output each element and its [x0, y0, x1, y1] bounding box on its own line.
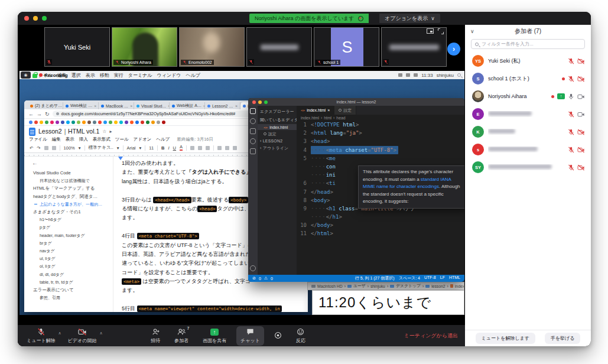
font-size-value[interactable]: 11	[149, 145, 154, 151]
menu-run[interactable]: 実行	[114, 72, 123, 79]
leave-meeting-button[interactable]: ミーティングから退出	[404, 332, 458, 340]
bookmark-favicon[interactable]	[98, 121, 102, 124]
start-video-button[interactable]: ビデオの開始	[64, 326, 101, 346]
share-screen-button[interactable]: ↑ 画面を共有	[199, 326, 230, 346]
folder-lesson2[interactable]: › LESSON2	[258, 138, 297, 144]
bookmark-favicon[interactable]	[157, 121, 160, 124]
fullscreen-icon[interactable]	[438, 28, 444, 34]
outline-item[interactable]: 参照、引用	[32, 294, 110, 301]
raise-hand-button[interactable]: 手を挙げる	[545, 333, 581, 344]
path-item[interactable]: デスクトップ	[396, 283, 421, 289]
outline-item[interactable]: HTMLを「マークアップ」する	[32, 184, 110, 192]
bookmark-favicon[interactable]	[66, 121, 70, 124]
breadcrumb-file[interactable]: index.html	[301, 116, 319, 120]
outline-item-current[interactable]: 上記のような書き方が、一般的…	[32, 200, 110, 208]
browser-tab[interactable]: Web検証 …×	[63, 102, 99, 109]
video-tile-enomoto002[interactable]: Enomoto002	[179, 27, 245, 67]
redo-icon[interactable]: ↷	[37, 145, 40, 151]
next-participants-button[interactable]: ›	[447, 43, 460, 56]
menu-help[interactable]: ヘルプ	[186, 72, 200, 79]
errors-icon[interactable]: ⊘	[252, 276, 256, 281]
star-document-icon[interactable]: ☆	[102, 129, 106, 134]
participant-row-yuki-seki[interactable]: YS Yuki Seki (私)	[465, 52, 591, 70]
paint-format-icon[interactable]	[52, 146, 56, 150]
close-tab-icon[interactable]: ×	[327, 108, 330, 112]
move-folder-icon[interactable]: ▸	[109, 129, 112, 134]
close-window-button[interactable]	[24, 16, 29, 21]
bold-button[interactable]: B	[161, 145, 164, 151]
close-outline-icon[interactable]: ←	[32, 160, 110, 166]
bookmark-favicon[interactable]	[71, 121, 75, 124]
browser-tab[interactable]: Web検証 A…×	[170, 102, 205, 109]
breadcrumb-head[interactable]: head	[336, 116, 345, 120]
status-icon[interactable]	[398, 73, 402, 77]
participant-row-school1[interactable]: S school 1 (ホスト)	[465, 70, 591, 87]
spotlight-search-icon[interactable]	[457, 73, 461, 77]
bookmark-favicon[interactable]	[50, 121, 54, 124]
insert-image-icon[interactable]	[206, 146, 210, 150]
outline-item[interactable]: pタグ	[32, 223, 110, 231]
settings-gear-icon[interactable]	[250, 265, 256, 271]
status-icon[interactable]	[406, 73, 410, 77]
browser-tab[interactable]: (2) まとめサ…×	[28, 102, 63, 109]
text-color-button[interactable]: A	[180, 145, 183, 151]
docs-menu-edit[interactable]: 編集	[52, 136, 61, 142]
outline-item[interactable]: navタグ	[32, 247, 110, 255]
video-tile-blurred-1[interactable]	[246, 27, 312, 67]
docs-menu-insert[interactable]: 挿入	[79, 136, 88, 142]
outline-item[interactable]: さまざまなタグ・その1	[32, 208, 110, 216]
open-editors-header[interactable]: 開いているエディター	[258, 116, 297, 124]
outline-item[interactable]: table, tr, th, tdタグ	[32, 278, 110, 286]
reload-icon[interactable]: ↻	[45, 111, 50, 117]
outline-section[interactable]: › アウトライン	[258, 144, 297, 152]
participant-row-noriyoshi-aihara[interactable]: Noriyoshi Aihara ↑	[465, 87, 591, 105]
bookmark-favicon[interactable]	[34, 121, 38, 124]
video-tile-yuki-seki[interactable]: Yuki Seki	[44, 27, 110, 67]
outline-item[interactable]: Visual Studio Code	[32, 169, 110, 177]
outline-item[interactable]: エラー表示について	[32, 286, 110, 294]
zoom-select[interactable]: 100%	[64, 145, 75, 151]
bookmark-favicon[interactable]	[61, 121, 64, 124]
filter-input[interactable]	[482, 41, 581, 47]
path-item[interactable]: lesson2	[431, 284, 445, 288]
collapse-panel-icon[interactable]: ∨	[470, 28, 474, 34]
browser-tab[interactable]: MacBook …×	[99, 102, 134, 109]
docs-menu-tools[interactable]: ツール	[115, 136, 129, 142]
bookmark-favicon[interactable]	[119, 121, 123, 124]
italic-button[interactable]: I	[168, 145, 170, 151]
docs-menu-file[interactable]: ファイル	[29, 136, 47, 142]
menubar-clock[interactable]: 11:33	[421, 73, 433, 78]
bookmark-favicon[interactable]	[103, 121, 107, 124]
outline-item[interactable]: 日本語化などは拡張機能で	[32, 177, 110, 184]
wifi-icon[interactable]	[414, 73, 418, 77]
print-icon[interactable]	[44, 146, 48, 150]
language-mode[interactable]: HTML	[449, 275, 460, 281]
bookmark-favicon[interactable]	[93, 121, 96, 124]
bookmark-favicon[interactable]	[141, 121, 144, 124]
menu-window[interactable]: ウィンドウ	[157, 72, 181, 79]
participant-filter[interactable]	[471, 39, 585, 49]
docs-menu-addons[interactable]: アドオン	[134, 136, 152, 142]
reactions-button[interactable]: 反応	[292, 326, 310, 346]
line-spacing-icon[interactable]	[225, 146, 229, 150]
show-options-button[interactable]: オプションを表示 ∨	[379, 14, 440, 23]
docs-menu-view[interactable]: 表示	[66, 136, 74, 142]
cursor-position[interactable]: 行 5, 列 1 (27 個選択)	[355, 275, 395, 281]
bookmark-favicon[interactable]	[45, 121, 48, 124]
bookmark-favicon[interactable]	[109, 121, 112, 124]
bookmark-favicon[interactable]	[114, 121, 118, 124]
browser-tab[interactable]: Lesson2 …×	[205, 102, 240, 109]
close-tab-icon[interactable]: ×	[130, 104, 132, 108]
bookmark-favicon[interactable]	[29, 121, 32, 124]
indentation[interactable]: スペース: 4	[399, 275, 420, 281]
browser-tab[interactable]: Visual Stud…×	[134, 102, 170, 109]
minimize-window-button[interactable]	[33, 16, 38, 21]
record-button[interactable]	[270, 329, 286, 342]
open-editor-index-html[interactable]: <> index.html	[258, 124, 297, 130]
invite-button[interactable]: 招待	[147, 326, 164, 346]
bookmark-favicon[interactable]	[125, 121, 128, 124]
participant-row-blurred-4[interactable]: SY	[465, 158, 591, 176]
eol-type[interactable]: LF	[440, 275, 445, 281]
close-tab-icon[interactable]: ×	[235, 104, 238, 108]
insert-comment-icon[interactable]	[198, 146, 202, 150]
